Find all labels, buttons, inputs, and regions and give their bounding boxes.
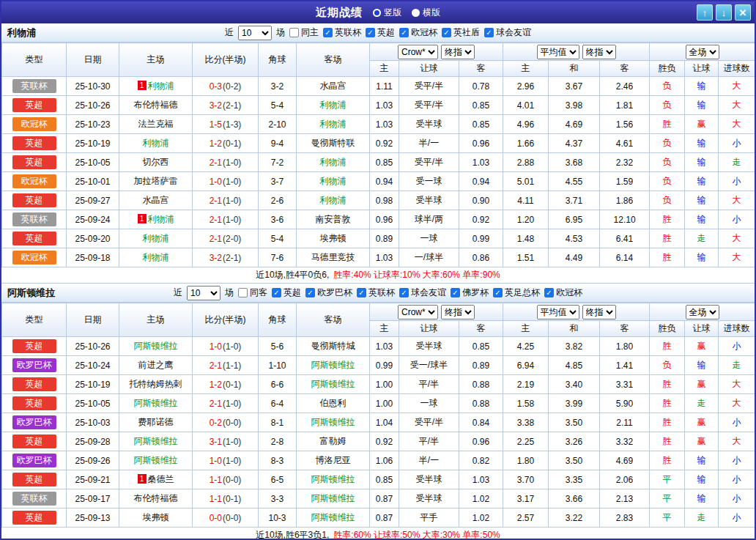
checkbox-icon[interactable]: ✓ bbox=[305, 288, 315, 297]
scope-select[interactable]: 全场 bbox=[686, 305, 719, 319]
avg-source-select[interactable]: 平均值 bbox=[537, 45, 579, 59]
checkbox-icon[interactable]: ✓ bbox=[484, 28, 494, 37]
home-team[interactable]: 利物浦 bbox=[143, 138, 169, 148]
competition-filter[interactable]: ✓英社盾 bbox=[442, 26, 480, 39]
checkbox-icon[interactable]: ✓ bbox=[399, 288, 409, 297]
home-team[interactable]: 法兰克福 bbox=[138, 119, 174, 129]
away-team[interactable]: 利物浦 bbox=[320, 119, 346, 129]
avg-away-odds: 3.32 bbox=[600, 432, 650, 451]
home-team[interactable]: 阿斯顿维拉 bbox=[134, 398, 178, 408]
away-team[interactable]: 阿斯顿维拉 bbox=[311, 379, 355, 389]
checkbox-icon[interactable] bbox=[289, 28, 299, 37]
away-team[interactable]: 马德里竞技 bbox=[311, 252, 355, 262]
away-team[interactable]: 利物浦 bbox=[320, 195, 346, 205]
home-team[interactable]: 切尔西 bbox=[143, 157, 169, 167]
move-down-button[interactable]: ↓ bbox=[716, 4, 732, 21]
avg-stage-select[interactable]: 终指 bbox=[582, 305, 616, 319]
radio-unselected-icon[interactable] bbox=[412, 9, 420, 17]
checkbox-icon[interactable]: ✓ bbox=[451, 288, 460, 297]
away-team[interactable]: 阿斯顿维拉 bbox=[311, 474, 355, 484]
away-team[interactable]: 曼彻斯特城 bbox=[311, 341, 355, 351]
competition-filter[interactable]: ✓欧罗巴杯 bbox=[305, 286, 352, 299]
half-time-score: (0-1) bbox=[223, 380, 241, 390]
competition-filter[interactable]: 同主 bbox=[289, 26, 319, 39]
home-team[interactable]: 水晶宫 bbox=[143, 195, 169, 205]
home-team[interactable]: 托特纳姆热刺 bbox=[130, 379, 182, 389]
radio-selected-icon[interactable] bbox=[373, 9, 381, 17]
odds-source-select[interactable]: Crow* bbox=[398, 45, 438, 59]
checkbox-icon[interactable]: ✓ bbox=[272, 288, 281, 297]
home-team[interactable]: 桑德兰 bbox=[148, 474, 174, 484]
home-team[interactable]: 费耶诺德 bbox=[138, 417, 174, 427]
home-team[interactable]: 埃弗顿 bbox=[143, 512, 169, 522]
checkbox-icon[interactable]: ✓ bbox=[323, 28, 333, 37]
league-cell: 英超 bbox=[2, 470, 67, 489]
odds-source-select[interactable]: Crow* bbox=[398, 305, 438, 319]
competition-filter[interactable]: ✓欧冠杯 bbox=[399, 26, 437, 39]
home-team[interactable]: 前进之鹰 bbox=[138, 360, 174, 370]
match-count-select[interactable]: 10 bbox=[238, 26, 272, 40]
competition-filter[interactable]: ✓英联杯 bbox=[323, 26, 361, 39]
away-team[interactable]: 富勒姆 bbox=[320, 436, 346, 446]
away-team[interactable]: 阿斯顿维拉 bbox=[311, 417, 355, 427]
home-team[interactable]: 阿斯顿维拉 bbox=[134, 341, 178, 351]
competition-filter[interactable]: ✓英足总杯 bbox=[493, 286, 540, 299]
column-header: 日期 bbox=[67, 303, 119, 337]
odds-stage-select[interactable]: 终指 bbox=[441, 305, 475, 319]
checkbox-icon[interactable]: ✓ bbox=[366, 28, 375, 37]
away-team[interactable]: 利物浦 bbox=[320, 100, 346, 110]
checkbox-icon[interactable]: ✓ bbox=[399, 28, 409, 37]
competition-filter[interactable]: ✓球会友谊 bbox=[399, 286, 446, 299]
checkbox-icon[interactable]: ✓ bbox=[442, 28, 451, 37]
home-team[interactable]: 利物浦 bbox=[143, 233, 169, 243]
home-team[interactable]: 阿斯顿维拉 bbox=[134, 455, 178, 465]
league-cell: 英超 bbox=[2, 394, 67, 413]
odds-stage-select[interactable]: 终指 bbox=[441, 45, 475, 59]
home-team[interactable]: 利物浦 bbox=[148, 81, 174, 91]
view-option-horizontal[interactable]: 横版 bbox=[412, 7, 440, 19]
league-badge: 欧冠杯 bbox=[12, 117, 56, 131]
home-odds: 1.11 bbox=[370, 77, 399, 96]
result-wdl: 负 bbox=[650, 153, 685, 172]
view-option-vertical[interactable]: 竖版 bbox=[373, 7, 401, 19]
home-team[interactable]: 利物浦 bbox=[143, 252, 169, 262]
away-team-cell: 水晶宫 bbox=[297, 77, 370, 96]
away-team[interactable]: 博洛尼亚 bbox=[316, 455, 351, 465]
away-team[interactable]: 阿斯顿维拉 bbox=[311, 360, 355, 370]
away-team[interactable]: 南安普敦 bbox=[316, 214, 351, 224]
competition-filter[interactable]: ✓佛罗杯 bbox=[451, 286, 489, 299]
avg-source-select[interactable]: 平均值 bbox=[537, 305, 579, 319]
checkbox-icon[interactable]: ✓ bbox=[493, 288, 503, 297]
home-team[interactable]: 加拉塔萨雷 bbox=[134, 176, 178, 186]
away-team[interactable]: 曼彻斯特联 bbox=[311, 138, 355, 148]
competition-filter[interactable]: ✓欧冠杯 bbox=[544, 286, 582, 299]
scope-select[interactable]: 全场 bbox=[686, 45, 719, 59]
column-header: 主场 bbox=[119, 43, 193, 77]
close-button[interactable]: ✕ bbox=[735, 4, 751, 21]
avg-home-odds: 2.57 bbox=[503, 508, 549, 528]
avg-stage-select[interactable]: 终指 bbox=[582, 45, 616, 59]
competition-filter[interactable]: ✓英联杯 bbox=[357, 286, 395, 299]
away-team[interactable]: 利物浦 bbox=[320, 157, 346, 167]
away-team[interactable]: 利物浦 bbox=[320, 176, 346, 186]
away-team[interactable]: 阿斯顿维拉 bbox=[311, 512, 355, 522]
match-count-select[interactable]: 10 bbox=[187, 286, 220, 300]
home-team[interactable]: 布伦特福德 bbox=[134, 100, 178, 110]
home-team[interactable]: 利物浦 bbox=[148, 214, 174, 224]
avg-away-odds: 2.83 bbox=[600, 508, 650, 528]
away-team[interactable]: 水晶宫 bbox=[320, 81, 346, 91]
checkbox-icon[interactable]: ✓ bbox=[357, 288, 366, 297]
away-team[interactable]: 阿斯顿维拉 bbox=[311, 493, 355, 503]
away-team[interactable]: 埃弗顿 bbox=[320, 233, 346, 243]
home-team[interactable]: 布伦特福德 bbox=[134, 493, 178, 503]
competition-filter[interactable]: ✓英超 bbox=[366, 26, 395, 39]
away-team[interactable]: 伯恩利 bbox=[320, 398, 346, 408]
home-team[interactable]: 阿斯顿维拉 bbox=[134, 436, 178, 446]
move-up-button[interactable]: ↑ bbox=[697, 4, 713, 21]
away-team-cell: 利物浦 bbox=[297, 172, 370, 191]
checkbox-icon[interactable]: ✓ bbox=[544, 288, 554, 297]
competition-filter[interactable]: ✓英超 bbox=[272, 286, 301, 299]
competition-filter[interactable]: 同客 bbox=[238, 286, 267, 299]
competition-filter[interactable]: ✓球会友谊 bbox=[484, 26, 531, 39]
checkbox-icon[interactable] bbox=[238, 288, 248, 297]
